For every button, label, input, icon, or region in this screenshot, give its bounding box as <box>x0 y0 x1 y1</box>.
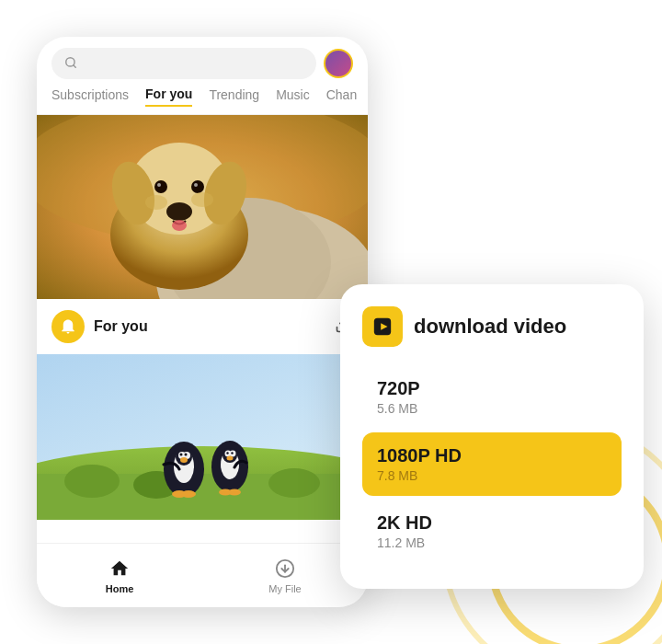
penguin-scene <box>37 354 368 520</box>
search-icon <box>64 56 77 72</box>
svg-point-32 <box>185 454 188 456</box>
svg-point-13 <box>194 183 198 187</box>
tab-music[interactable]: Music <box>276 87 310 106</box>
svg-point-40 <box>226 452 228 454</box>
quality-720p-size: 5.6 MB <box>377 401 607 416</box>
section-header: For you <box>37 299 368 354</box>
phone-mockup: Subscriptions For you Trending Music Cha… <box>37 37 368 607</box>
quality-1080p-name: 1080P HD <box>377 445 607 466</box>
svg-point-22 <box>64 465 120 498</box>
quality-2k-name: 2K HD <box>377 512 607 534</box>
quality-720p[interactable]: 720P 5.6 MB <box>362 365 622 429</box>
svg-point-24 <box>268 468 320 498</box>
avatar[interactable] <box>324 49 353 78</box>
tab-chan[interactable]: Chan <box>326 87 357 106</box>
svg-line-1 <box>74 64 76 67</box>
search-bar[interactable] <box>51 48 316 79</box>
quality-2k-size: 11.2 MB <box>377 535 607 550</box>
quality-1080p[interactable]: 1080P HD 7.8 MB <box>362 432 622 496</box>
nav-home-label: Home <box>106 583 134 594</box>
search-row <box>37 37 368 79</box>
nav-my-file-label: My File <box>268 583 301 594</box>
modal-play-icon <box>362 306 403 347</box>
nav-tabs: Subscriptions For you Trending Music Cha… <box>37 79 368 115</box>
dog-scene <box>37 115 368 299</box>
scene: Subscriptions For you Trending Music Cha… <box>18 18 644 626</box>
nav-home[interactable]: Home <box>37 558 202 594</box>
svg-point-46 <box>228 489 241 496</box>
svg-point-17 <box>191 192 213 207</box>
quality-1080p-size: 7.8 MB <box>377 468 607 483</box>
modal-title-row: download video <box>362 306 622 347</box>
section-title: For you <box>94 318 335 335</box>
second-video-thumbnail[interactable] <box>37 354 368 520</box>
bottom-nav: Home My File <box>37 543 368 607</box>
svg-point-12 <box>157 183 161 187</box>
svg-point-9 <box>172 220 187 231</box>
svg-point-44 <box>181 490 196 498</box>
download-circle-icon <box>274 558 296 580</box>
search-input[interactable] <box>85 55 303 72</box>
svg-point-41 <box>231 452 233 454</box>
svg-point-42 <box>227 456 234 461</box>
svg-point-31 <box>180 454 183 456</box>
svg-point-16 <box>145 195 167 210</box>
home-icon <box>108 558 131 580</box>
svg-point-11 <box>191 180 204 193</box>
tab-for-you[interactable]: For you <box>145 86 192 107</box>
download-modal: download video 720P 5.6 MB 1080P HD 7.8 … <box>340 284 644 589</box>
svg-point-8 <box>166 202 192 221</box>
svg-point-10 <box>154 180 167 193</box>
svg-point-33 <box>180 457 188 463</box>
quality-720p-name: 720P <box>377 378 607 399</box>
tab-trending[interactable]: Trending <box>209 87 259 106</box>
hero-video-thumbnail[interactable] <box>37 115 368 299</box>
quality-2k[interactable]: 2K HD 11.2 MB <box>362 500 622 563</box>
section-bell-icon <box>51 310 85 343</box>
tab-subscriptions[interactable]: Subscriptions <box>51 87 129 106</box>
modal-title: download video <box>414 315 566 339</box>
